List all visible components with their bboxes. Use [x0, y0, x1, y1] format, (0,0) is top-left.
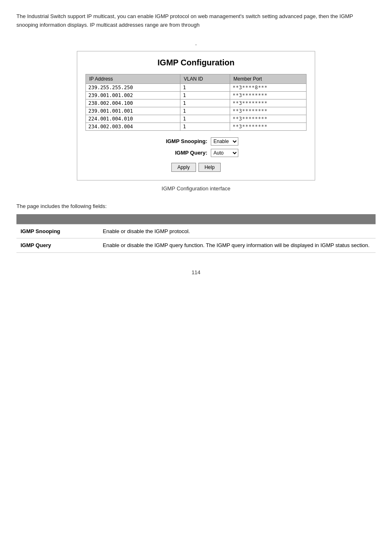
- igmp-query-select[interactable]: AutoEnableDisable: [211, 149, 238, 157]
- vlan-cell: 1: [180, 123, 230, 130]
- member-cell: **3********: [230, 91, 307, 99]
- table-row: 239.001.001.002 1 **3********: [86, 91, 307, 99]
- field-name: IGMP Snooping: [16, 224, 99, 238]
- vlan-cell: 1: [180, 99, 230, 107]
- help-button[interactable]: Help: [198, 163, 221, 172]
- field-name: IGMP Query: [16, 238, 99, 253]
- fields-col-field: [16, 214, 99, 219]
- field-desc: Enable or disable the IGMP protocol.: [99, 224, 376, 238]
- ip-cell: 238.002.004.100: [86, 99, 180, 107]
- apply-button[interactable]: Apply: [171, 163, 196, 172]
- fields-row: IGMP Snooping Enable or disable the IGMP…: [16, 224, 376, 238]
- igmp-query-row: IGMP Query: AutoEnableDisable: [154, 149, 238, 157]
- table-row: 239.255.255.250 1 **3****8***: [86, 83, 307, 91]
- field-col-header: [16, 219, 99, 224]
- ip-cell: 239.001.001.001: [86, 107, 180, 115]
- igmp-config-title: IGMP Configuration: [85, 58, 307, 67]
- col-header-member: Member Port: [230, 74, 307, 83]
- table-row: 238.002.004.100 1 **3********: [86, 99, 307, 107]
- ip-cell: 239.001.001.002: [86, 91, 180, 99]
- page-number: 114: [16, 269, 376, 275]
- intro-paragraph: The Industrial Switch support IP multica…: [16, 12, 376, 30]
- member-cell: **3********: [230, 123, 307, 130]
- col-header-ip: IP Address: [86, 74, 180, 83]
- table-row: 224.001.004.010 1 **3********: [86, 115, 307, 123]
- igmp-snooping-label: IGMP Snooping:: [154, 138, 208, 144]
- igmp-caption: IGMP Configuration interface: [16, 185, 376, 192]
- controls-section: IGMP Snooping: EnableDisable IGMP Query:…: [85, 137, 307, 172]
- member-cell: **3****8***: [230, 83, 307, 91]
- ip-cell: 234.002.003.004: [86, 123, 180, 130]
- igmp-snooping-select[interactable]: EnableDisable: [211, 137, 238, 146]
- ip-cell: 239.255.255.250: [86, 83, 180, 91]
- buttons-row: Apply Help: [171, 163, 221, 172]
- dot-separator: .: [16, 39, 376, 47]
- fields-intro: The page includes the following fields:: [16, 203, 376, 209]
- table-row: 239.001.001.001 1 **3********: [86, 107, 307, 115]
- igmp-query-label: IGMP Query:: [154, 150, 208, 156]
- vlan-cell: 1: [180, 83, 230, 91]
- igmp-snooping-row: IGMP Snooping: EnableDisable: [154, 137, 238, 146]
- igmp-table: IP Address VLAN ID Member Port 239.255.2…: [85, 74, 307, 131]
- ip-cell: 224.001.004.010: [86, 115, 180, 123]
- table-row: 234.002.003.004 1 **3********: [86, 123, 307, 130]
- fields-row: IGMP Query Enable or disable the IGMP qu…: [16, 238, 376, 253]
- vlan-cell: 1: [180, 107, 230, 115]
- col-header-vlan: VLAN ID: [180, 74, 230, 83]
- field-desc: Enable or disable the IGMP query functio…: [99, 238, 376, 253]
- member-cell: **3********: [230, 107, 307, 115]
- desc-col-header: [99, 219, 376, 224]
- member-cell: **3********: [230, 99, 307, 107]
- vlan-cell: 1: [180, 115, 230, 123]
- igmp-config-panel: IGMP Configuration IP Address VLAN ID Me…: [77, 51, 315, 180]
- fields-table: IGMP Snooping Enable or disable the IGMP…: [16, 214, 376, 253]
- vlan-cell: 1: [180, 91, 230, 99]
- fields-col-desc: [99, 214, 376, 219]
- member-cell: **3********: [230, 115, 307, 123]
